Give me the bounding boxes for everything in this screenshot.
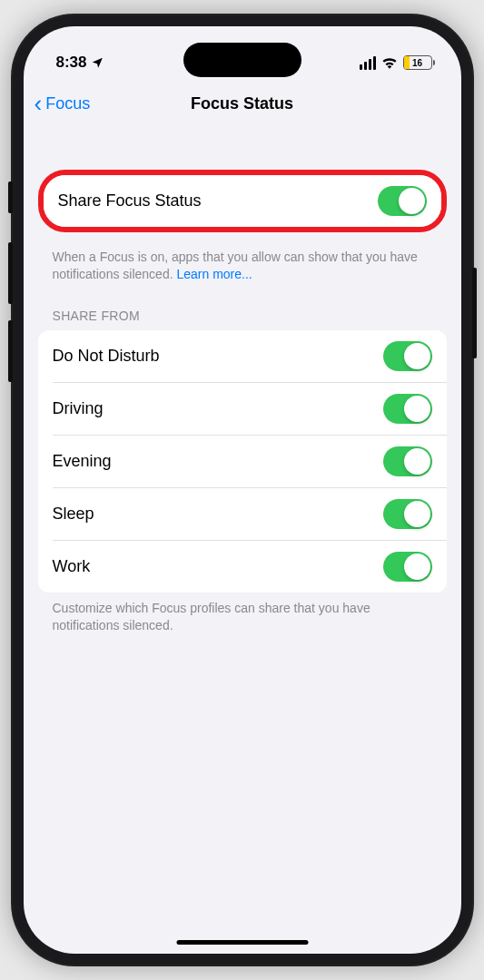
status-left: 8:38 — [56, 54, 104, 72]
content: Share Focus Status When a Focus is on, a… — [24, 126, 461, 634]
evening-toggle[interactable] — [383, 446, 432, 476]
location-icon — [91, 56, 104, 69]
toggle-knob — [399, 188, 425, 214]
row-label: Evening — [53, 452, 112, 471]
back-button[interactable]: ‹ Focus — [35, 92, 91, 115]
row-label: Sleep — [53, 505, 94, 524]
share-from-row-dnd: Do Not Disturb — [38, 330, 447, 382]
navigation-bar: ‹ Focus Focus Status — [24, 81, 461, 126]
share-focus-status-label: Share Focus Status — [58, 191, 202, 211]
row-label: Do Not Disturb — [53, 347, 160, 366]
volume-down-button — [8, 320, 13, 382]
share-focus-status-row: Share Focus Status — [44, 175, 441, 227]
share-from-row-evening: Evening — [53, 435, 447, 487]
back-label: Focus — [45, 94, 90, 113]
status-time: 8:38 — [56, 54, 87, 72]
highlighted-annotation: Share Focus Status — [38, 170, 447, 232]
chevron-left-icon: ‹ — [35, 92, 43, 115]
home-indicator[interactable] — [176, 940, 308, 945]
cellular-icon — [360, 56, 376, 70]
sleep-toggle[interactable] — [383, 499, 432, 529]
learn-more-link[interactable]: Learn more... — [176, 267, 252, 281]
mute-switch — [8, 181, 13, 213]
phone-frame: 8:38 16 ‹ Focus Focus Status — [11, 14, 474, 966]
battery-percent: 16 — [412, 58, 422, 68]
driving-toggle[interactable] — [383, 394, 432, 424]
page-title: Focus Status — [191, 94, 293, 113]
share-from-row-driving: Driving — [53, 382, 447, 435]
dnd-toggle[interactable] — [383, 341, 432, 371]
share-focus-status-toggle[interactable] — [378, 186, 427, 216]
share-from-section: Do Not Disturb Driving Evening Sleep Wor… — [38, 330, 447, 593]
share-from-row-work: Work — [53, 540, 447, 593]
volume-up-button — [8, 242, 13, 304]
share-from-row-sleep: Sleep — [53, 487, 447, 540]
share-from-header: SHARE FROM — [38, 283, 447, 330]
screen: 8:38 16 ‹ Focus Focus Status — [24, 26, 461, 954]
dynamic-island — [183, 43, 301, 77]
wifi-icon — [381, 56, 398, 69]
power-button — [472, 268, 477, 358]
battery-icon: 16 — [403, 55, 432, 70]
work-toggle[interactable] — [383, 552, 432, 582]
status-right: 16 — [360, 55, 432, 70]
share-focus-status-footer: When a Focus is on, apps that you allow … — [38, 241, 447, 283]
share-focus-status-section: Share Focus Status — [44, 175, 441, 227]
row-label: Driving — [53, 399, 104, 418]
share-from-footer: Customize which Focus profiles can share… — [38, 593, 447, 634]
row-label: Work — [53, 557, 91, 576]
